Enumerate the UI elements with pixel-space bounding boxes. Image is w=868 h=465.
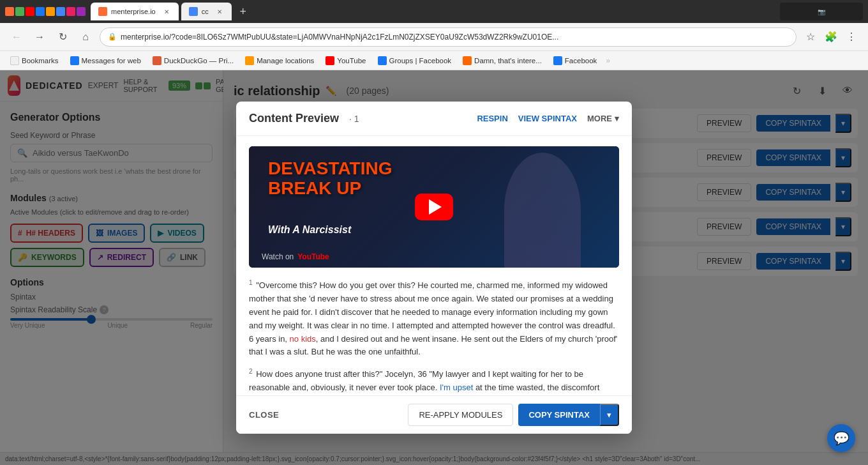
main-tab[interactable]: menterprise.io ✕ — [91, 3, 179, 20]
reload-button[interactable]: ↻ — [54, 28, 71, 46]
bookmarks-label: Bookmarks — [22, 57, 59, 65]
lock-icon: 🔒 — [108, 33, 117, 41]
facebook-favicon — [553, 56, 562, 65]
home-button[interactable]: ⌂ — [77, 28, 94, 46]
cc-tab-label: cc — [202, 8, 209, 15]
person-silhouette — [504, 153, 581, 268]
highlight-no-kids: no kids — [290, 334, 316, 344]
address-bar[interactable]: 🔒 menterprise.io/?code=8ILO6Sz7WMtPubUU&… — [100, 27, 797, 47]
highlight-upset: I'm upset — [440, 383, 473, 392]
new-tab-button[interactable]: + — [234, 3, 252, 20]
favicon-8 — [77, 7, 86, 16]
video-title-text: DEVASTATING BREAK UP — [268, 159, 392, 199]
view-spintax-link[interactable]: VIEW SPINTAX — [518, 114, 577, 123]
webcam-label: 📷 — [818, 8, 825, 15]
modal-count: · 1 — [349, 114, 359, 124]
modal-overlay[interactable]: Content Preview · 1 RESPIN VIEW SPINTAX … — [0, 70, 868, 465]
bookmarks-bar: Bookmarks Messages for web DuckDuckGo — … — [0, 51, 868, 70]
content-preview-modal: Content Preview · 1 RESPIN VIEW SPINTAX … — [236, 102, 632, 434]
extensions-button[interactable]: 🧩 — [822, 28, 840, 46]
messages-label: Messages for web — [82, 57, 141, 65]
bookmark-duckduckgo[interactable]: DuckDuckGo — Pri... — [147, 55, 239, 66]
footer-actions: RE-APPLY MODULES COPY SPINTAX ▾ — [408, 404, 619, 426]
main-tab-favicon — [98, 7, 107, 16]
youtube-thumbnail[interactable]: DEVASTATING BREAK UP With A Narcissist W… — [249, 146, 619, 268]
modal-header: Content Preview · 1 RESPIN VIEW SPINTAX … — [236, 102, 632, 136]
app-container: DEDICATED EXPERT HELP & SUPPORT 93% PAST… — [0, 70, 868, 465]
para2-num: 2 — [249, 368, 253, 375]
youtube-brand-label: YouTube — [297, 252, 329, 261]
watch-on-label: Watch on YouTube — [262, 252, 329, 261]
cc-tab-close[interactable]: ✕ — [215, 7, 224, 16]
favicon-2 — [15, 7, 24, 16]
damn-favicon — [463, 56, 472, 65]
back-button[interactable]: ← — [8, 28, 26, 46]
favicon-7 — [66, 7, 75, 16]
menu-button[interactable]: ⋮ — [842, 28, 860, 46]
favicon-6 — [56, 7, 65, 16]
groups-label: Groups | Facebook — [389, 57, 452, 65]
nav-bar: ← → ↻ ⌂ 🔒 menterprise.io/?code=8ILO6Sz7W… — [0, 23, 868, 51]
youtube-favicon — [326, 56, 334, 65]
play-triangle-icon — [429, 199, 442, 215]
youtube-label: YouTube — [337, 57, 366, 65]
modal-footer: CLOSE RE-APPLY MODULES COPY SPINTAX ▾ — [236, 395, 632, 434]
bookmark-bookmarks[interactable]: Bookmarks — [5, 55, 64, 66]
bookmark-star[interactable]: ☆ — [802, 28, 819, 46]
modal-header-actions: RESPIN VIEW SPINTAX MORE ▾ — [477, 114, 619, 123]
youtube-play-button[interactable] — [415, 194, 453, 220]
copy-spintax-dropdown-main[interactable]: ▾ — [600, 404, 619, 426]
main-tab-label: menterprise.io — [111, 8, 156, 15]
manage-favicon — [245, 56, 254, 65]
main-tab-close[interactable]: ✕ — [162, 7, 171, 16]
duckduckgo-favicon — [153, 56, 161, 65]
chat-icon: 💬 — [834, 431, 849, 446]
url-text: menterprise.io/?code=8ILO6Sz7WMtPubUU&st… — [121, 33, 788, 42]
cc-tab[interactable]: cc ✕ — [181, 3, 232, 20]
chat-button[interactable]: 💬 — [827, 424, 855, 452]
para2-text: How does anyone trust after this?" Jocel… — [249, 369, 618, 395]
bookmarks-more[interactable]: » — [606, 56, 610, 65]
watch-text: Watch on — [262, 252, 294, 261]
bookmark-groups[interactable]: Groups | Facebook — [373, 55, 457, 66]
bookmarks-favicon — [10, 56, 19, 65]
video-title-line1: DEVASTATING — [268, 159, 392, 179]
nav-actions: ☆ 🧩 ⋮ — [802, 28, 860, 46]
copy-spintax-main-button[interactable]: COPY SPINTAX — [518, 404, 600, 426]
favicon-3 — [26, 7, 34, 16]
browser-chrome: menterprise.io ✕ cc ✕ + 📷 ← → ↻ ⌂ 🔒 ment… — [0, 0, 868, 70]
modal-body: DEVASTATING BREAK UP With A Narcissist W… — [236, 136, 632, 395]
close-button[interactable]: CLOSE — [249, 410, 279, 420]
forward-button[interactable]: → — [31, 28, 49, 46]
more-label: MORE — [587, 114, 612, 123]
favicon-5 — [46, 7, 55, 16]
paragraph-2: 2 How does anyone trust after this?" Joc… — [249, 367, 619, 395]
paragraph-1: 1 "Overcome this? How do you get over th… — [249, 278, 619, 359]
bookmark-messages[interactable]: Messages for web — [65, 55, 146, 66]
bookmark-damn[interactable]: Damn, that's intere... — [458, 55, 547, 66]
more-button[interactable]: MORE ▾ — [587, 114, 619, 123]
duckduckgo-label: DuckDuckGo — Pri... — [164, 57, 234, 65]
manage-label: Manage locations — [257, 57, 314, 65]
bookmark-manage[interactable]: Manage locations — [240, 55, 319, 66]
chevron-down-icon: ▾ — [615, 114, 619, 123]
favicon-1 — [5, 7, 14, 16]
video-subtitle-text: With A Narcissist — [268, 224, 351, 236]
tab-favicons-row — [5, 7, 86, 16]
webcam-preview: 📷 — [780, 3, 863, 20]
video-title-line2: BREAK UP — [268, 179, 392, 199]
favicon-4 — [36, 7, 45, 16]
para1-text: "Overcome this? How do you get over this… — [249, 280, 617, 356]
damn-label: Damn, that's intere... — [474, 57, 542, 65]
messages-favicon — [70, 56, 79, 65]
respin-link[interactable]: RESPIN — [477, 114, 507, 123]
bookmark-facebook[interactable]: Facebook — [548, 55, 602, 66]
para1-num: 1 — [249, 279, 253, 286]
bookmark-youtube[interactable]: YouTube — [320, 55, 371, 66]
cc-tab-favicon — [189, 7, 198, 16]
groups-favicon — [378, 56, 387, 65]
tab-bar: menterprise.io ✕ cc ✕ + 📷 — [0, 0, 868, 23]
reapply-modules-button[interactable]: RE-APPLY MODULES — [408, 404, 513, 426]
facebook-label: Facebook — [565, 57, 597, 65]
modal-title: Content Preview — [249, 112, 339, 125]
